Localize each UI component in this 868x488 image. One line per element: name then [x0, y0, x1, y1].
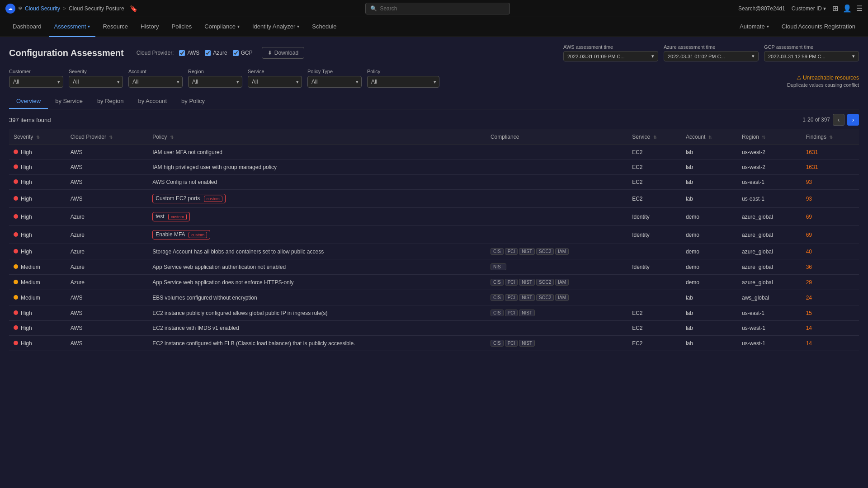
cell-findings[interactable]: 15 — [802, 305, 859, 321]
pagination-next-button[interactable]: › — [847, 114, 859, 126]
severity-filter-wrap: All High Medium Low — [69, 76, 123, 88]
table-row[interactable]: HighAWSIAM user MFA not configuredEC2lab… — [9, 145, 859, 160]
findings-sort-icon: ⇅ — [829, 135, 833, 140]
policy-filter-select[interactable]: All — [367, 76, 439, 88]
cell-severity: Medium — [9, 275, 66, 290]
user-icon[interactable]: 👤 — [843, 4, 852, 13]
table-row[interactable]: HighAWSCustom EC2 ports customEC2labus-e… — [9, 190, 859, 208]
cell-findings[interactable]: 29 — [802, 275, 859, 290]
cell-findings[interactable]: 14 — [802, 321, 859, 336]
cell-policy[interactable]: Custom EC2 ports custom — [148, 190, 486, 208]
tab-by-region[interactable]: by Region — [90, 94, 131, 109]
nav-policies[interactable]: Policies — [166, 17, 198, 37]
nav-dashboard[interactable]: Dashboard — [7, 17, 47, 37]
table-row[interactable]: HighAWSEC2 instance configured with ELB … — [9, 336, 859, 351]
region-filter-select[interactable]: All — [188, 76, 242, 88]
cell-policy[interactable]: IAM user MFA not configured — [148, 145, 486, 160]
cell-policy[interactable]: IAM high privileged user with group mana… — [148, 160, 486, 175]
cell-findings[interactable]: 36 — [802, 259, 859, 275]
aws-checkbox-label[interactable]: AWS — [179, 50, 199, 56]
cell-findings[interactable]: 1631 — [802, 160, 859, 175]
cell-findings[interactable]: 1631 — [802, 145, 859, 160]
table-row[interactable]: HighAWSAWS Config is not enabledEC2labus… — [9, 175, 859, 190]
cell-service — [627, 290, 681, 305]
nav-automate[interactable]: Automate ▾ — [734, 17, 774, 37]
cell-policy[interactable]: EC2 instance with IMDS v1 enabled — [148, 321, 486, 336]
brand-link[interactable]: Cloud Security — [25, 5, 60, 12]
nav-identity-analyzer[interactable]: Identity Analyzer ▾ — [247, 17, 305, 37]
cell-policy[interactable]: EBS volumes configured without encryptio… — [148, 290, 486, 305]
findings-number: 93 — [806, 179, 812, 185]
col-service[interactable]: Service ⇅ — [627, 129, 681, 145]
col-region[interactable]: Region ⇅ — [737, 129, 802, 145]
table-row[interactable]: HighAzureEnable MFA customIdentitydemoaz… — [9, 226, 859, 244]
cell-service: Identity — [627, 208, 681, 226]
table-row[interactable]: HighAWSEC2 instance with IMDS v1 enabled… — [9, 321, 859, 336]
nav-schedule[interactable]: Schedule — [307, 17, 342, 37]
search-input[interactable] — [380, 5, 505, 12]
download-button[interactable]: ⬇ Download — [262, 47, 304, 59]
table-row[interactable]: HighAzuretest customIdentitydemoazure_gl… — [9, 208, 859, 226]
nav-history[interactable]: History — [135, 17, 164, 37]
azure-checkbox[interactable] — [205, 50, 211, 56]
nav-resource[interactable]: Resource — [97, 17, 133, 37]
gcp-checkbox[interactable] — [233, 50, 239, 56]
cell-findings[interactable]: 14 — [802, 336, 859, 351]
table-row[interactable]: MediumAWSEBS volumes configured without … — [9, 290, 859, 305]
table-row[interactable]: HighAWSIAM high privileged user with gro… — [9, 160, 859, 175]
gcp-checkbox-label[interactable]: GCP — [233, 50, 253, 56]
customer-id-selector[interactable]: Customer ID ▾ — [792, 5, 826, 12]
cell-policy[interactable]: EC2 instance publicly configured allows … — [148, 305, 486, 321]
cell-findings[interactable]: 24 — [802, 290, 859, 305]
nav-compliance[interactable]: Compliance ▾ — [199, 17, 245, 37]
table-row[interactable]: HighAWSEC2 instance publicly configured … — [9, 305, 859, 321]
aws-checkbox[interactable] — [179, 50, 185, 56]
col-account[interactable]: Account ⇅ — [681, 129, 737, 145]
cell-policy[interactable]: App Service web application authenticati… — [148, 259, 486, 275]
nav-assessment[interactable]: Assessment ▾ — [49, 17, 96, 37]
cell-policy[interactable]: test custom — [148, 208, 486, 226]
table-row[interactable]: MediumAzureApp Service web application d… — [9, 275, 859, 290]
findings-number: 69 — [806, 232, 812, 238]
table-row[interactable]: MediumAzureApp Service web application a… — [9, 259, 859, 275]
policy-filter-label: Policy — [367, 69, 439, 74]
cell-policy[interactable]: App Service web application does not enf… — [148, 275, 486, 290]
tab-by-account[interactable]: by Account — [131, 94, 174, 109]
unreachable-resources-button[interactable]: ⚠ Unreachable resources — [797, 75, 859, 81]
bookmark-icon[interactable]: 🔖 — [130, 5, 137, 12]
cell-findings[interactable]: 69 — [802, 208, 859, 226]
col-severity[interactable]: Severity ⇅ — [9, 129, 66, 145]
service-filter-select[interactable]: All — [248, 76, 302, 88]
severity-filter-select[interactable]: All High Medium Low — [69, 76, 123, 88]
cell-policy[interactable]: Enable MFA custom — [148, 226, 486, 244]
cell-policy[interactable]: AWS Config is not enabled — [148, 175, 486, 190]
cell-findings[interactable]: 93 — [802, 190, 859, 208]
nav-cloud-accounts[interactable]: Cloud Accounts Registration — [776, 17, 861, 37]
tab-by-service[interactable]: by Service — [48, 94, 90, 109]
cell-policy[interactable]: Storage Account has all blobs and contai… — [148, 244, 486, 259]
gcp-assessment-time-select[interactable]: 2022-03-31 12:59 PM C... ▾ — [764, 51, 859, 61]
azure-assessment-time-select[interactable]: 2022-03-31 01:02 PM C... ▾ — [664, 51, 759, 61]
pagination-prev-button[interactable]: ‹ — [833, 114, 844, 126]
tab-overview[interactable]: Overview — [9, 94, 48, 109]
cell-policy[interactable]: EC2 instance configured with ELB (Classi… — [148, 336, 486, 351]
grid-icon[interactable]: ⊞ — [832, 4, 838, 13]
policy-highlight-box: test custom — [152, 212, 190, 221]
policy-type-filter-select[interactable]: All — [307, 76, 362, 88]
customer-filter-select[interactable]: All — [9, 76, 63, 88]
menu-icon[interactable]: ☰ — [856, 4, 863, 13]
col-findings[interactable]: Findings ⇅ — [802, 129, 859, 145]
table-row[interactable]: HighAzureStorage Account has all blobs a… — [9, 244, 859, 259]
cell-findings[interactable]: 93 — [802, 175, 859, 190]
cell-severity: High — [9, 244, 66, 259]
azure-checkbox-label[interactable]: Azure — [205, 50, 227, 56]
account-filter-select[interactable]: All — [128, 76, 183, 88]
search-box[interactable]: 🔍 — [365, 3, 510, 14]
findings-number: 29 — [806, 279, 812, 286]
aws-assessment-time-select[interactable]: 2022-03-31 01:09 PM C... ▾ — [563, 51, 658, 61]
tab-by-policy[interactable]: by Policy — [174, 94, 212, 109]
cell-findings[interactable]: 69 — [802, 226, 859, 244]
col-cloud-provider[interactable]: Cloud Provider ⇅ — [66, 129, 148, 145]
col-policy[interactable]: Policy ⇅ — [148, 129, 486, 145]
cell-findings[interactable]: 40 — [802, 244, 859, 259]
